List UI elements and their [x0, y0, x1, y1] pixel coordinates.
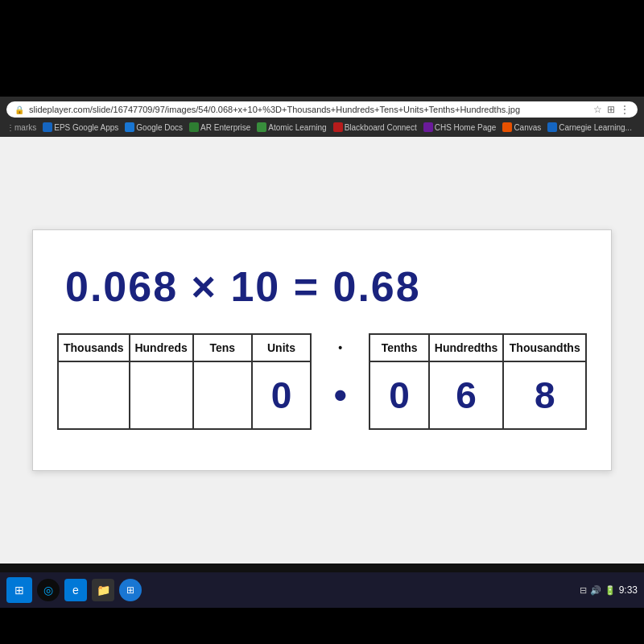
header-tens: Tens	[193, 334, 252, 361]
cell-dot: •	[311, 361, 369, 429]
header-thousandths: Thousandths	[503, 334, 586, 361]
url-text: slideplayer.com/slide/16747709/97/images…	[29, 105, 588, 114]
bookmark-canvas-icon	[502, 122, 512, 132]
browser-chrome: 🔒 slideplayer.com/slide/16747709/97/imag…	[0, 97, 644, 137]
menu-icon[interactable]: ⋮	[620, 104, 630, 115]
bookmark-chs-icon	[423, 122, 433, 132]
bookmark-atomic[interactable]: Atomic Learning	[257, 122, 326, 132]
bookmark-carnegie-icon	[547, 122, 557, 132]
tab-icon[interactable]: ⊞	[607, 104, 615, 115]
bookmark-blackboard-icon	[333, 122, 343, 132]
header-hundredths: Hundredths	[429, 334, 504, 361]
system-tray: ⊟ 🔊 🔋 9:33	[580, 584, 638, 596]
bottom-area: ⊞ ◎ e 📁 ⊞ ⊟ 🔊 🔋 9:33	[0, 564, 644, 608]
header-tenths: Tenths	[369, 334, 428, 361]
battery-icon: 🔋	[605, 585, 616, 596]
cell-tens	[193, 361, 252, 429]
file-explorer-icon[interactable]: 📁	[92, 579, 114, 601]
cell-tenths: 0	[369, 361, 428, 429]
bookmark-star-icon[interactable]: ☆	[593, 104, 602, 115]
volume-icon: 🔊	[590, 585, 601, 596]
bookmark-atomic-icon	[257, 122, 266, 132]
cortana-icon[interactable]: ◎	[37, 579, 60, 601]
header-units: Units	[252, 334, 311, 361]
bookmark-gdocs-icon	[125, 122, 134, 132]
browser-content: 0.068 × 10 = 0.68 Thousands Hundreds Ten…	[0, 137, 644, 564]
network-icon: ⊟	[580, 585, 587, 596]
bookmark-ar[interactable]: AR Enterprise	[189, 122, 250, 132]
bookmark-gdocs[interactable]: Google Docs	[125, 122, 183, 132]
bookmark-blackboard[interactable]: Blackboard Connect	[333, 122, 417, 132]
address-bar-icons: ☆ ⊞ ⋮	[593, 104, 630, 115]
header-dot: •	[311, 334, 369, 361]
top-bezel	[0, 0, 644, 97]
taskbar: ⊞ ◎ e 📁 ⊞ ⊟ 🔊 🔋 9:33	[0, 572, 644, 608]
windows-icon[interactable]: ⊞	[119, 579, 142, 601]
cell-units: 0	[252, 361, 311, 429]
bookmark-chs[interactable]: CHS Home Page	[423, 122, 497, 132]
bookmark-eps-icon	[43, 122, 52, 132]
bookmarks-bar: ⋮marks EPS Google Apps Google Docs AR En…	[6, 121, 638, 134]
slide-container: 0.068 × 10 = 0.68 Thousands Hundreds Ten…	[32, 229, 612, 471]
bookmark-ar-icon	[189, 122, 199, 132]
address-bar[interactable]: 🔒 slideplayer.com/slide/16747709/97/imag…	[6, 101, 638, 118]
cell-thousands	[58, 361, 130, 429]
start-button[interactable]: ⊞	[6, 577, 32, 603]
edge-icon[interactable]: e	[64, 579, 87, 601]
place-value-table: Thousands Hundreds Tens Units • Tenths H…	[57, 333, 587, 430]
header-hundreds: Hundreds	[130, 334, 193, 361]
bookmark-carnegie[interactable]: Carnegie Learning...	[547, 122, 632, 132]
equation-display: 0.068 × 10 = 0.68	[57, 262, 587, 311]
cell-thousandths: 8	[503, 361, 586, 429]
clock-display: 9:33	[619, 584, 638, 596]
bookmark-canvas[interactable]: Canvas	[502, 122, 541, 132]
lock-icon: 🔒	[14, 105, 24, 114]
bookmarks-label: ⋮marks	[6, 123, 36, 132]
cell-hundreds	[130, 361, 193, 429]
cell-hundredths: 6	[429, 361, 504, 429]
header-thousands: Thousands	[58, 334, 130, 361]
bookmark-eps[interactable]: EPS Google Apps	[43, 122, 118, 132]
